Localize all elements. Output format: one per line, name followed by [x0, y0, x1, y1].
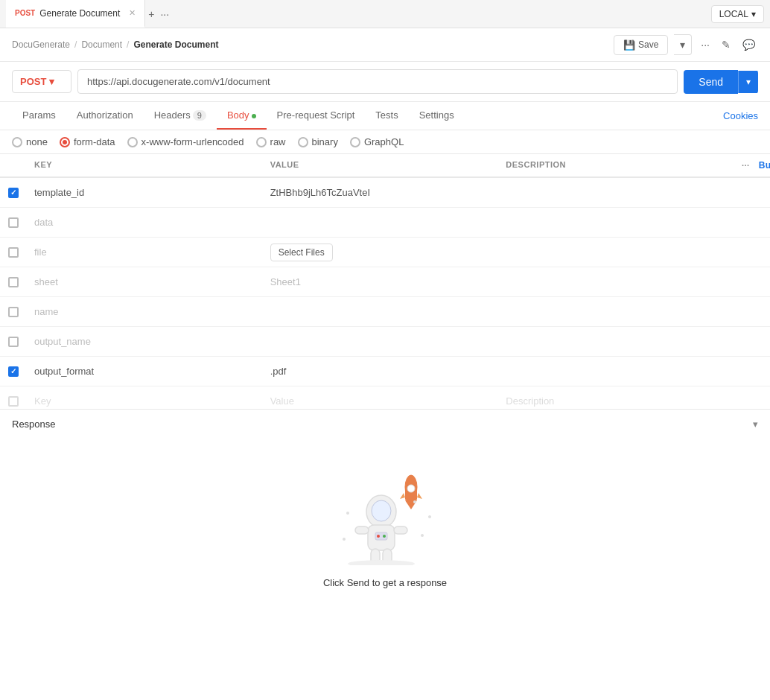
url-input[interactable] [77, 69, 678, 94]
method-selector[interactable]: POST ▾ [12, 70, 71, 93]
tab-params[interactable]: Params [12, 102, 66, 130]
new-tab-button[interactable]: + [145, 5, 157, 23]
key-cell-output-name[interactable]: output_name [27, 331, 263, 351]
new-row-key[interactable]: Key [27, 391, 263, 409]
table-row: sheet Sheet1 [0, 267, 770, 297]
row-actions-name [734, 308, 770, 316]
row-checkbox-file[interactable] [0, 247, 27, 258]
breadcrumb-document[interactable]: Document [81, 39, 122, 50]
empty-response-area: Click Send to get a response [0, 439, 770, 633]
desc-cell-sheet[interactable] [498, 278, 734, 287]
save-dropdown-button[interactable]: ▾ [674, 34, 692, 55]
active-request-tab[interactable]: POST Generate Document ✕ [6, 0, 145, 28]
body-type-binary[interactable]: binary [298, 136, 338, 147]
table-more-icon[interactable]: ··· [742, 161, 750, 170]
key-cell-name[interactable]: name [27, 302, 263, 322]
row-checkbox-sheet[interactable] [0, 277, 27, 287]
key-cell-template-id[interactable]: template_id [27, 182, 263, 203]
breadcrumb-docugenerate[interactable]: DocuGenerate [12, 39, 70, 50]
row-actions-file [734, 248, 770, 257]
key-cell-data[interactable]: data [27, 212, 263, 232]
env-label: LOCAL [719, 9, 748, 19]
checkbox-icon[interactable] [8, 366, 19, 377]
checkbox-icon[interactable] [8, 217, 19, 228]
save-button[interactable]: 💾 Save [614, 35, 668, 55]
row-checkbox-template-id[interactable] [0, 188, 27, 198]
svg-marker-5 [417, 493, 422, 499]
desc-cell-template-id[interactable] [498, 188, 734, 197]
desc-cell-name[interactable] [498, 308, 734, 316]
more-tabs-button[interactable]: ··· [157, 5, 172, 23]
tab-headers[interactable]: Headers9 [144, 102, 217, 130]
checkbox-icon[interactable] [8, 188, 19, 198]
new-row: Key Value Description [0, 386, 770, 409]
checkbox-icon[interactable] [8, 247, 19, 258]
table-header: KEY VALUE DESCRIPTION ··· Bulk Edit [0, 154, 770, 177]
tab-close-icon[interactable]: ✕ [129, 8, 136, 18]
table-row: name [0, 297, 770, 327]
row-checkbox-data[interactable] [0, 217, 27, 228]
svg-point-19 [421, 534, 424, 537]
environment-selector[interactable]: LOCAL ▾ [711, 5, 764, 23]
value-cell-output-format[interactable]: .pdf [263, 361, 499, 381]
row-checkbox-output-name[interactable] [0, 337, 27, 347]
new-row-checkbox [0, 396, 27, 407]
key-cell-output-format[interactable]: output_format [27, 361, 263, 381]
breadcrumb-more-button[interactable]: ··· [698, 36, 713, 54]
send-button-group: Send ▾ [684, 70, 758, 94]
radio-graphql-icon [350, 137, 360, 147]
empty-response-text: Click Send to get a response [323, 577, 447, 588]
col-value: VALUE [263, 154, 499, 176]
row-checkbox-output-format[interactable] [0, 366, 27, 377]
value-cell-output-name[interactable] [263, 337, 499, 346]
tab-bar-right: LOCAL ▾ [711, 5, 764, 23]
tab-settings[interactable]: Settings [409, 102, 465, 130]
tab-method-badge: POST [15, 9, 35, 17]
tab-body-label: Body [227, 109, 249, 121]
body-type-graphql[interactable]: GraphQL [350, 136, 404, 147]
desc-cell-output-format[interactable] [498, 367, 734, 376]
response-section-header[interactable]: Response ▾ [0, 409, 770, 439]
select-files-button[interactable]: Select Files [270, 244, 333, 261]
new-row-value[interactable]: Value [263, 391, 499, 409]
tab-pre-request[interactable]: Pre-request Script [267, 102, 366, 130]
params-table: template_id ZtHBhb9jLh6TcZuaVteI data fi… [0, 178, 770, 409]
checkbox-icon[interactable] [8, 277, 19, 287]
desc-cell-file[interactable] [498, 248, 734, 257]
row-actions-output-name [734, 337, 770, 346]
radio-formdata-label: form-data [74, 136, 115, 147]
table-header-row: KEY VALUE DESCRIPTION ··· Bulk Edit [0, 154, 770, 178]
key-cell-sheet[interactable]: sheet [27, 272, 263, 292]
value-cell-name[interactable] [263, 308, 499, 316]
tab-body[interactable]: Body [217, 102, 267, 130]
tab-tests[interactable]: Tests [365, 102, 408, 130]
comment-button[interactable]: 💬 [739, 36, 758, 54]
new-row-description[interactable]: Description [498, 391, 734, 409]
key-cell-file[interactable]: file [27, 242, 263, 262]
edit-button[interactable]: ✎ [719, 36, 734, 54]
body-type-none[interactable]: none [12, 136, 48, 147]
checkbox-icon[interactable] [8, 337, 19, 347]
row-actions-output-format [734, 367, 770, 376]
breadcrumb-sep-2: / [127, 39, 129, 50]
row-actions-template-id [734, 188, 770, 197]
body-type-form-data[interactable]: form-data [60, 136, 115, 147]
value-cell-sheet[interactable]: Sheet1 [263, 272, 499, 292]
checkbox-icon[interactable] [8, 307, 19, 317]
bulk-edit-button[interactable]: Bulk Edit [753, 160, 770, 171]
send-dropdown-button[interactable]: ▾ [738, 71, 758, 93]
value-cell-data[interactable] [263, 218, 499, 227]
desc-cell-data[interactable] [498, 218, 734, 227]
row-checkbox-name[interactable] [0, 307, 27, 317]
body-type-urlencoded[interactable]: x-www-form-urlencoded [127, 136, 244, 147]
radio-binary-label: binary [312, 136, 338, 147]
send-button[interactable]: Send [684, 70, 738, 94]
cookies-link[interactable]: Cookies [723, 110, 758, 121]
body-type-raw[interactable]: raw [256, 136, 286, 147]
request-tabs: Params Authorization Headers9 Body Pre-r… [0, 102, 770, 130]
tab-authorization[interactable]: Authorization [66, 102, 144, 130]
desc-cell-output-name[interactable] [498, 337, 734, 346]
breadcrumb: DocuGenerate / Document / Generate Docum… [0, 28, 770, 62]
value-cell-template-id[interactable]: ZtHBhb9jLh6TcZuaVteI [263, 182, 499, 203]
svg-point-7 [372, 500, 391, 521]
